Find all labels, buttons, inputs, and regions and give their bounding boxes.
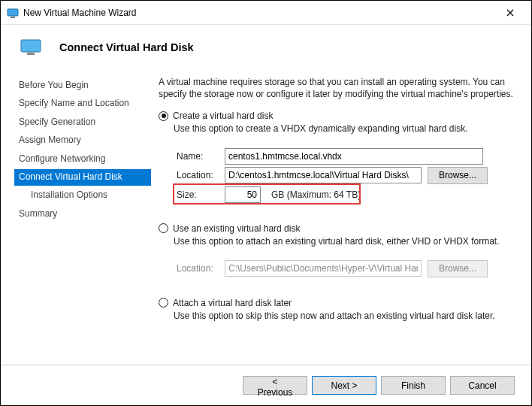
page-title: Connect Virtual Hard Disk [59,41,194,53]
wizard-footer: < Previous Next > Finish Cancel [1,365,531,405]
sidebar-item-before-you-begin[interactable]: Before You Begin [14,77,151,94]
cancel-button[interactable]: Cancel [450,376,515,395]
option-create-desc: Use this option to create a VHDX dynamic… [174,123,515,135]
radio-attach-later[interactable] [159,298,168,308]
location-label: Location: [177,170,219,180]
svg-rect-3 [27,53,35,55]
name-input[interactable] [225,148,483,165]
create-field-group: Name: Location: Browse... Size: GB (Maxi… [174,143,515,210]
sidebar-item-specify-generation[interactable]: Specify Generation [14,114,151,131]
option-create-label: Create a virtual hard disk [173,111,273,121]
sidebar: Before You Begin Specify Name and Locati… [1,74,151,365]
svg-rect-1 [11,17,15,18]
wizard-header: Connect Virtual Hard Disk [1,25,531,70]
monitor-icon [20,39,41,56]
option-existing-desc: Use this option to attach an existing vi… [174,235,515,247]
sidebar-item-connect-vhd[interactable]: Connect Virtual Hard Disk [14,169,151,186]
next-button[interactable]: Next > [312,376,376,395]
name-label: Name: [177,151,219,162]
sidebar-item-installation-options[interactable]: Installation Options [14,187,151,204]
app-icon [7,7,19,19]
existing-field-group: Location: Browse... [174,255,515,284]
previous-button[interactable]: < Previous [243,376,307,395]
sidebar-item-specify-name[interactable]: Specify Name and Location [14,95,151,112]
radio-existing-vhd[interactable] [159,223,168,233]
finish-button[interactable]: Finish [381,376,446,395]
browse-button[interactable]: Browse... [428,167,488,184]
sidebar-item-configure-networking[interactable]: Configure Networking [14,151,151,168]
svg-rect-0 [8,9,18,16]
content-pane: A virtual machine requires storage so th… [151,74,531,365]
wizard-window: New Virtual Machine Wizard Connect Virtu… [0,0,532,406]
svg-rect-2 [21,40,41,52]
intro-text: A virtual machine requires storage so th… [159,76,515,100]
option-existing-label: Use an existing virtual hard disk [173,223,300,234]
existing-location-label: Location: [177,263,219,274]
size-input[interactable] [225,186,261,203]
option-later-label: Attach a virtual hard disk later [173,298,292,308]
location-input[interactable] [225,167,422,183]
sidebar-item-assign-memory[interactable]: Assign Memory [14,132,151,149]
window-title: New Virtual Machine Wizard [23,8,495,18]
close-button[interactable] [495,1,525,24]
sidebar-item-summary[interactable]: Summary [14,206,151,223]
radio-create-vhd[interactable] [159,111,168,121]
size-label: Size: [177,189,219,200]
option-later-desc: Use this option to skip this step now an… [174,310,515,322]
existing-browse-button: Browse... [428,260,488,277]
titlebar: New Virtual Machine Wizard [1,1,531,25]
size-suffix: GB (Maximum: 64 TB) [271,189,361,200]
existing-location-input [225,260,422,277]
